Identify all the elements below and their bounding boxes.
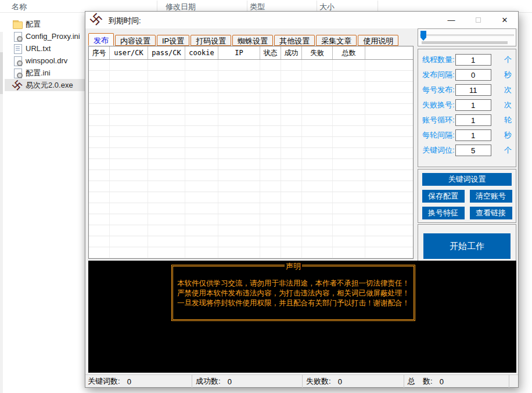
account-table-body[interactable] [89,60,413,259]
status-item: 总 数: 0 [405,375,509,388]
column-header[interactable]: cookie [185,46,218,59]
tab[interactable]: 打码设置 [190,35,231,46]
pane-scrollbar[interactable] [0,32,3,393]
table-row[interactable] [89,203,413,214]
file-row[interactable]: Config_Proxy.ini [5,30,86,42]
table-row[interactable] [89,225,413,236]
setting-unit: 次 [504,100,512,110]
titlebar[interactable]: 卐 到期时间: — ✕ [85,12,518,28]
file-list: 配置 Config_Proxy.ini URL.txt winspool.drv… [5,18,86,91]
file-row[interactable]: 易次元2.0.exe [5,79,86,91]
disclaimer-title: 声明 [285,261,302,272]
column-header[interactable]: 失败 [302,46,333,59]
table-row[interactable] [89,115,413,126]
setting-unit: 轮 [504,115,512,125]
setting-input[interactable]: 1 [455,54,491,66]
slider-track[interactable] [420,34,514,36]
column-header[interactable]: user/CK [110,46,148,59]
tab[interactable]: 其他设置 [274,35,315,46]
column-separator[interactable] [317,1,317,12]
setting-unit: 个 [504,55,512,65]
setting-input[interactable]: 1 [455,129,491,141]
setting-label: 线程数量: [422,55,455,65]
table-row[interactable] [89,170,413,181]
table-row[interactable] [89,236,413,247]
slider-thumb[interactable] [420,31,426,41]
setting-unit: 个 [504,145,512,156]
action-buttons-panel: 关键词设置 保存配置 清空账号 换号特征 查看链接 [418,169,516,223]
table-row[interactable] [89,104,413,115]
table-row[interactable] [89,258,413,259]
disclaimer-text: 本软件仅供学习交流，请勿用于非法用途，本作者不承担一切法律责任！严禁使用本软件发… [173,266,414,308]
table-row[interactable] [89,126,413,137]
column-separator[interactable] [378,1,378,12]
close-button[interactable]: ✕ [491,12,518,28]
table-row[interactable] [89,60,413,71]
tab[interactable]: 蜘蛛设置 [232,35,273,46]
file-name: winspool.drv [26,56,67,65]
setting-unit: 秒 [504,130,512,140]
switch-feature-button[interactable]: 换号特征 [422,207,465,219]
disclaimer-line: 严禁使用本软件发布违法内容，为打击违法内容，相关词已做屏蔽处理！ [173,289,414,298]
setting-input[interactable]: 5 [455,145,491,156]
column-separator[interactable] [247,1,247,12]
table-row[interactable] [89,192,413,203]
tab[interactable]: IP设置 [157,35,189,46]
column-header[interactable]: 成功 [281,46,302,59]
column-header[interactable]: IP [218,46,260,59]
column-separator[interactable] [157,1,157,12]
file-icon [13,81,22,90]
table-row[interactable] [89,247,413,258]
status-item: 关键词数: 0 [85,375,192,388]
setting-unit: 次 [504,85,512,95]
minimize-button[interactable]: — [438,12,465,28]
file-row[interactable]: 配置.ini [5,67,86,79]
clear-accounts-button[interactable]: 清空账号 [470,190,512,203]
progress-bar [422,41,508,44]
scrollbar-thumb[interactable] [0,52,3,94]
tab[interactable]: 内容设置 [115,35,156,46]
maximize-button[interactable] [465,12,491,28]
settings-panel: 线程数量: 1 个 发布间隔: 0 秒 每号发布: 11 次 失败换号: 1 次 [418,49,516,167]
file-row[interactable]: winspool.drv [5,55,86,67]
status-value: 0 [228,377,232,386]
table-row[interactable] [89,71,413,82]
maximize-icon [476,17,481,23]
table-row[interactable] [89,82,413,93]
setting-row: 关键词位: 5 个 [418,143,516,158]
setting-input[interactable]: 0 [455,69,491,81]
file-name: URL.txt [26,44,51,53]
view-links-button[interactable]: 查看链接 [470,207,512,219]
status-value: 0 [338,377,342,386]
column-header[interactable]: 状态 [260,46,281,59]
start-work-button[interactable]: 开始工作 [423,233,511,259]
status-label: 成功数: [196,376,221,387]
file-icon [13,68,22,78]
column-header[interactable]: 总数 [333,46,365,59]
setting-input[interactable]: 1 [455,99,491,111]
status-label: 关键词数: [88,376,120,387]
account-table-header: 序号user/CKpass/CKcookieIP状态成功失败总数 [89,46,413,60]
save-config-button[interactable]: 保存配置 [422,190,465,203]
column-header[interactable]: 序号 [89,46,110,59]
table-row[interactable] [89,148,413,159]
setting-input[interactable]: 11 [455,84,491,96]
table-row[interactable] [89,214,413,225]
account-table[interactable]: 序号user/CKpass/CKcookieIP状态成功失败总数 [88,46,414,259]
file-row[interactable]: 配置 [5,18,86,30]
table-row[interactable] [89,137,413,148]
setting-input[interactable]: 1 [455,114,491,126]
table-row[interactable] [89,181,413,192]
keyword-settings-button[interactable]: 关键词设置 [422,173,512,186]
setting-row: 线程数量: 1 个 [418,52,516,67]
tab[interactable]: 采集文章 [316,35,357,46]
setting-label: 每号发布: [422,85,455,95]
table-row[interactable] [89,159,413,170]
file-name: 易次元2.0.exe [26,80,73,91]
table-row[interactable] [89,93,413,104]
column-header[interactable]: pass/CK [148,46,185,59]
tab[interactable]: 发布 [88,33,114,46]
tab[interactable]: 使用说明 [358,35,398,46]
file-row[interactable]: URL.txt [5,42,86,55]
explorer-column-label[interactable]: 名称 [12,2,27,12]
